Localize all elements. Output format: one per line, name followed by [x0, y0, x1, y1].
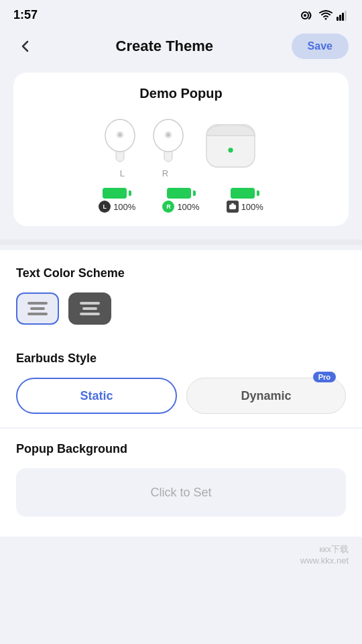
- right-icon: R: [162, 201, 174, 213]
- left-battery-tip: [129, 191, 131, 196]
- earbuds-pair: L R: [101, 112, 187, 178]
- watermark-text: ккх下载www.kkx.net: [300, 544, 349, 566]
- click-to-set-button[interactable]: Click to Set: [16, 468, 346, 517]
- text-color-scheme-section: Text Color Scheme: [0, 250, 362, 352]
- case-battery-tip: [257, 191, 259, 196]
- battery-row: L 100% R 100% 1: [99, 188, 263, 213]
- svg-rect-17: [229, 205, 236, 209]
- earbuds-image: [101, 112, 187, 166]
- dynamic-label: Dynamic: [241, 389, 291, 403]
- case-battery-bar: [231, 188, 255, 199]
- svg-rect-2: [337, 17, 339, 21]
- svg-rect-4: [342, 13, 344, 21]
- style-buttons-row: Static Dynamic Pro: [16, 378, 346, 414]
- svg-rect-3: [339, 15, 341, 21]
- scheme-dark-option[interactable]: [68, 292, 111, 325]
- wifi-icon: [319, 10, 333, 21]
- lr-label: L R: [101, 168, 187, 178]
- svg-rect-18: [231, 203, 234, 205]
- earbuds-style-section: Earbuds Style Static Dynamic Pro: [0, 352, 362, 427]
- right-battery-tip: [193, 191, 196, 196]
- color-scheme-row: [16, 292, 346, 325]
- case-battery: 100%: [227, 188, 263, 213]
- back-button[interactable]: [13, 34, 38, 58]
- right-battery: R 100%: [162, 188, 199, 213]
- scheme-light-lines: [27, 302, 48, 315]
- left-earbud-icon: [101, 112, 143, 166]
- demo-card: Demo Popup: [13, 72, 349, 226]
- svg-rect-5: [345, 11, 347, 21]
- scheme-light-option[interactable]: [16, 292, 59, 325]
- left-icon: L: [99, 201, 111, 213]
- left-battery: L 100%: [99, 188, 135, 213]
- section-divider: [0, 239, 362, 245]
- sound-icon: [300, 9, 315, 21]
- case-icon: [200, 113, 261, 173]
- svg-point-1: [304, 14, 306, 17]
- pro-badge: Pro: [313, 372, 336, 382]
- left-battery-bar: [103, 188, 127, 199]
- save-button[interactable]: Save: [292, 34, 349, 59]
- scheme-dark-lines: [80, 302, 100, 315]
- svg-point-13: [167, 133, 170, 136]
- dynamic-style-button[interactable]: Dynamic Pro: [186, 378, 346, 414]
- case-container: [200, 113, 261, 178]
- back-icon: [18, 39, 33, 54]
- right-battery-pct: 100%: [177, 202, 199, 212]
- popup-background-label: Popup Background: [16, 442, 346, 456]
- airpods-preview: L R: [101, 112, 261, 178]
- status-icons: [300, 9, 349, 21]
- text-color-scheme-label: Text Color Scheme: [16, 266, 346, 280]
- signal-icon: [337, 10, 349, 21]
- case-icon-small: [227, 201, 239, 213]
- static-style-button[interactable]: Static: [16, 378, 177, 414]
- watermark: ккх下载www.kkx.net: [0, 537, 362, 572]
- demo-title: Demo Popup: [139, 86, 222, 101]
- right-earbud-icon: [145, 112, 187, 166]
- popup-background-section: Popup Background Click to Set: [0, 429, 362, 537]
- earbuds-style-label: Earbuds Style: [16, 352, 346, 366]
- status-bar: 1:57: [0, 0, 362, 27]
- page-title: Create Theme: [116, 38, 214, 55]
- right-battery-bar: [167, 188, 191, 199]
- svg-point-9: [119, 133, 121, 136]
- click-to-set-label: Click to Set: [150, 486, 211, 500]
- svg-point-16: [228, 148, 233, 152]
- app-header: Create Theme Save: [0, 27, 362, 66]
- left-battery-pct: 100%: [113, 202, 135, 212]
- status-time: 1:57: [13, 8, 38, 22]
- case-battery-pct: 100%: [241, 202, 263, 212]
